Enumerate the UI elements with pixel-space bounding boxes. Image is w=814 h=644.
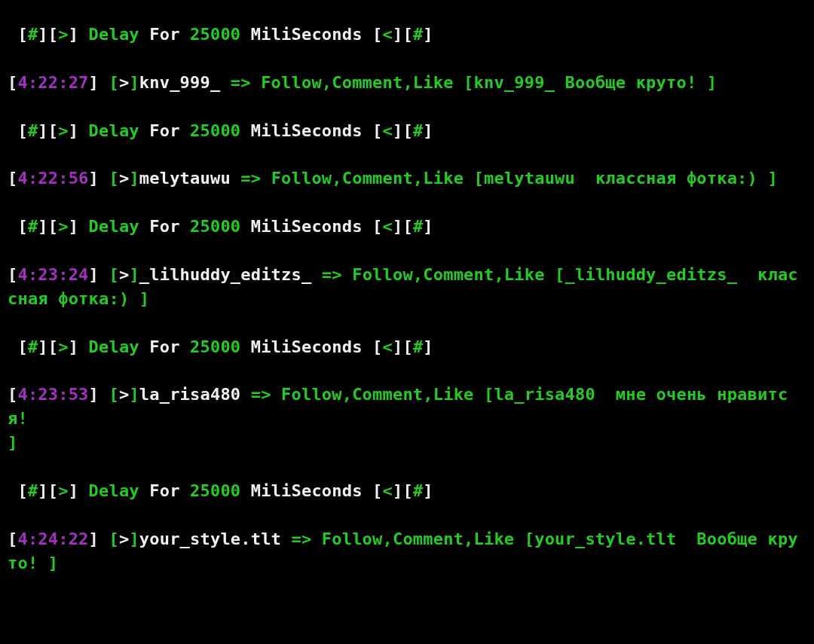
- username: knv_999_: [139, 73, 221, 92]
- chevron-right-icon: >: [119, 169, 129, 188]
- username: your_style.tlt: [139, 530, 281, 548]
- echo-username: knv_999_: [474, 73, 555, 92]
- comment-text: классная фотка:): [595, 169, 757, 188]
- comment-text: Вообще круто!: [565, 73, 697, 92]
- timestamp: 4:22:27: [17, 73, 88, 92]
- action-list: Follow,Comment,Like: [271, 169, 464, 188]
- delay-line: [#][>] Delay For 25000 MiliSeconds [<][#…: [8, 481, 433, 500]
- username: melytauwu: [139, 169, 231, 188]
- chevron-right-icon: >: [119, 530, 129, 548]
- log-entry: [4:22:27] [>]knv_999_ => Follow,Comment,…: [8, 73, 717, 92]
- echo-username: your_style.tlt: [534, 530, 676, 548]
- chevron-right-icon: >: [119, 265, 129, 284]
- action-list: Follow,Comment,Like: [261, 73, 453, 92]
- chevron-right-icon: >: [119, 73, 129, 92]
- timestamp: 4:24:22: [17, 530, 88, 548]
- timestamp: 4:23:24: [17, 265, 88, 284]
- action-list: Follow,Comment,Like: [281, 385, 473, 404]
- log-entry: [4:23:53] [>]la_risa480 => Follow,Commen…: [8, 385, 788, 452]
- log-entry: [4:22:56] [>]melytauwu => Follow,Comment…: [8, 169, 778, 188]
- log-entry: [4:24:22] [>]your_style.tlt => Follow,Co…: [8, 530, 798, 572]
- delay-line: [#][>] Delay For 25000 MiliSeconds [<][#…: [8, 121, 433, 140]
- delay-line: [#][>] Delay For 25000 MiliSeconds [<][#…: [8, 217, 433, 236]
- timestamp: 4:23:53: [17, 385, 88, 404]
- terminal-output: [#][>] Delay For 25000 MiliSeconds [<][#…: [0, 17, 814, 581]
- delay-line: [#][>] Delay For 25000 MiliSeconds [<][#…: [8, 337, 433, 356]
- echo-username: la_risa480: [494, 385, 595, 404]
- timestamp: 4:22:56: [17, 169, 88, 188]
- echo-username: _lilhuddy_editzs_: [565, 265, 738, 284]
- delay-line: [#][>] Delay For 25000 MiliSeconds [<][#…: [8, 25, 433, 44]
- username: _lilhuddy_editzs_: [139, 265, 312, 284]
- action-list: Follow,Comment,Like: [322, 530, 514, 548]
- action-list: Follow,Comment,Like: [352, 265, 544, 284]
- username: la_risa480: [139, 385, 240, 404]
- chevron-right-icon: >: [119, 385, 129, 404]
- log-entry: [4:23:24] [>]_lilhuddy_editzs_ => Follow…: [8, 265, 798, 308]
- echo-username: melytauwu: [484, 169, 575, 188]
